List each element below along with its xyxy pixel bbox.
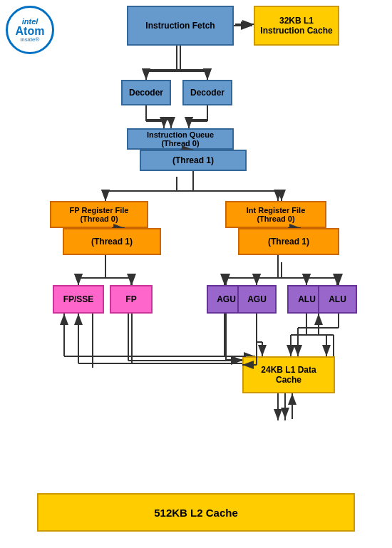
l1-data-cache-box: 24KB L1 Data Cache bbox=[242, 356, 335, 393]
l2-cache-box: 512KB L2 Cache bbox=[37, 493, 355, 532]
agu2-box: AGU bbox=[237, 285, 277, 314]
l1-instruction-cache-box: 32KB L1 Instruction Cache bbox=[254, 6, 339, 46]
int-register-1-box: (Thread 1) bbox=[238, 228, 339, 255]
fp-box: FP bbox=[110, 285, 153, 314]
intel-text: intel bbox=[22, 18, 38, 26]
fp-sse-label: FP/SSE bbox=[63, 294, 94, 304]
instruction-fetch-label: Instruction Fetch bbox=[145, 21, 215, 31]
decoder2-label: Decoder bbox=[190, 88, 225, 98]
fp-register-0-box: FP Register File (Thread 0) bbox=[50, 201, 148, 228]
intel-logo: intel Atom inside® bbox=[6, 6, 54, 54]
fp-register-1-label: (Thread 1) bbox=[91, 237, 133, 247]
fp-label: FP bbox=[125, 294, 136, 304]
decoder1-label: Decoder bbox=[129, 88, 163, 98]
fp-register-0-label: FP Register File (Thread 0) bbox=[70, 206, 129, 223]
atom-text: Atom bbox=[16, 26, 45, 37]
instruction-queue-1-box: (Thread 1) bbox=[140, 150, 247, 171]
decoder2-box: Decoder bbox=[182, 80, 232, 105]
int-register-0-label: Int Register File (Thread 0) bbox=[247, 206, 306, 223]
fp-sse-box: FP/SSE bbox=[53, 285, 104, 314]
fp-register-1-box: (Thread 1) bbox=[63, 228, 161, 255]
decoder1-box: Decoder bbox=[121, 80, 171, 105]
instruction-queue-0-box: Instruction Queue (Thread 0) bbox=[127, 128, 234, 150]
alu2-label: ALU bbox=[329, 294, 346, 304]
alu1-label: ALU bbox=[298, 294, 316, 304]
l1-cache-label: 32KB L1 Instruction Cache bbox=[260, 16, 332, 36]
l1-data-cache-label: 24KB L1 Data Cache bbox=[261, 365, 316, 385]
agu1-label: AGU bbox=[217, 294, 236, 304]
instruction-fetch-box: Instruction Fetch bbox=[127, 6, 234, 46]
instruction-queue-1-label: (Thread 1) bbox=[172, 155, 214, 165]
instruction-queue-0-label: Instruction Queue (Thread 0) bbox=[147, 130, 214, 148]
int-register-1-label: (Thread 1) bbox=[268, 237, 309, 247]
alu2-box: ALU bbox=[318, 285, 357, 314]
inside-text: inside® bbox=[21, 37, 40, 43]
agu2-label: AGU bbox=[247, 294, 267, 304]
int-register-0-box: Int Register File (Thread 0) bbox=[225, 201, 326, 228]
l2-cache-label: 512KB L2 Cache bbox=[154, 507, 238, 519]
